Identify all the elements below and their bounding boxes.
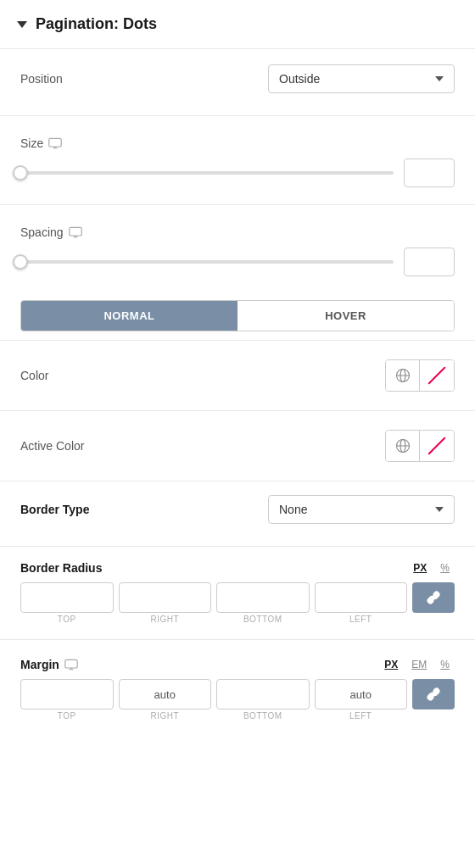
margin-unit-percent[interactable]: %	[435, 657, 455, 672]
border-radius-top-label: TOP	[58, 615, 76, 624]
border-radius-left-cell: LEFT	[315, 582, 408, 624]
size-label: Size	[20, 136, 43, 150]
state-toggle-group: NORMAL HOVER	[20, 300, 455, 331]
margin-left-input[interactable]	[315, 679, 408, 709]
position-section: Position Outside	[0, 49, 475, 110]
border-radius-left-input[interactable]	[315, 582, 408, 613]
svg-rect-0	[49, 138, 61, 147]
border-type-label: Border Type	[20, 503, 89, 516]
size-slider-wrapper[interactable]	[20, 164, 394, 181]
svg-rect-12	[65, 659, 77, 668]
border-radius-bottom-cell: BOTTOM	[216, 582, 310, 624]
active-color-controls	[385, 430, 455, 462]
margin-unit-group: PX EM %	[379, 657, 455, 672]
margin-label-group: Margin	[20, 658, 78, 671]
position-row: Position Outside	[20, 64, 455, 93]
margin-top-cell: TOP	[20, 679, 114, 721]
active-color-label: Active Color	[20, 439, 84, 453]
color-label: Color	[20, 369, 48, 382]
border-type-value: None	[279, 503, 307, 516]
size-monitor-icon[interactable]	[48, 136, 62, 150]
size-slider-container	[20, 159, 455, 187]
border-radius-left-label: LEFT	[349, 615, 372, 624]
position-label: Position	[20, 72, 63, 86]
margin-label-row: Margin PX EM %	[20, 657, 455, 672]
border-radius-right-label: RIGHT	[150, 615, 179, 624]
border-radius-unit-px[interactable]: PX	[408, 560, 432, 576]
active-slash-icon	[428, 437, 446, 455]
border-radius-bottom-input[interactable]	[216, 582, 310, 613]
spacing-label: Spacing	[20, 225, 64, 239]
hover-tab[interactable]: HOVER	[238, 301, 454, 331]
margin-left-cell: LEFT	[315, 679, 408, 721]
border-radius-label: Border Radius	[20, 561, 102, 575]
border-radius-section: Border Radius PX % TOP RIGHT BOTTOM LEFT	[0, 552, 475, 636]
margin-bottom-input[interactable]	[216, 679, 310, 709]
color-row: Color	[20, 351, 455, 400]
color-controls	[385, 359, 455, 392]
margin-right-label: RIGHT	[150, 711, 179, 721]
border-radius-top-input[interactable]	[20, 582, 114, 613]
size-section: Size	[0, 121, 475, 199]
margin-section: Margin PX EM % TOP	[0, 654, 475, 732]
spacing-input[interactable]	[404, 248, 455, 276]
spacing-slider-container	[20, 248, 455, 276]
color-clear-btn[interactable]	[420, 360, 454, 391]
spacing-monitor-icon[interactable]	[69, 225, 82, 239]
spacing-section: Spacing	[0, 210, 475, 288]
border-type-row: Border Type None	[20, 495, 455, 524]
border-radius-link-btn[interactable]	[412, 582, 455, 613]
border-radius-bottom-label: BOTTOM	[243, 615, 282, 624]
spacing-slider-track	[20, 260, 394, 264]
border-radius-right-cell: RIGHT	[119, 582, 212, 624]
panel-header: Pagination: Dots	[0, 0, 475, 49]
color-section: Color	[0, 346, 475, 405]
margin-right-cell: RIGHT	[119, 679, 212, 721]
active-color-section: Active Color	[0, 416, 475, 476]
border-type-dropdown[interactable]: None	[268, 495, 455, 524]
position-value: Outside	[279, 72, 320, 86]
margin-link-cell	[412, 679, 455, 709]
margin-link-btn[interactable]	[412, 679, 455, 709]
size-slider-thumb[interactable]	[13, 165, 28, 181]
border-radius-right-input[interactable]	[119, 582, 212, 613]
position-dropdown[interactable]: Outside	[268, 64, 455, 93]
collapse-icon[interactable]	[17, 21, 27, 28]
margin-unit-em[interactable]: EM	[406, 657, 432, 672]
size-input[interactable]	[404, 159, 455, 187]
border-radius-unit-percent[interactable]: %	[435, 560, 455, 576]
margin-top-input[interactable]	[20, 679, 114, 709]
svg-rect-3	[69, 227, 81, 236]
margin-unit-px[interactable]: PX	[379, 657, 403, 672]
panel: Pagination: Dots Position Outside Size	[0, 0, 475, 758]
position-dropdown-arrow	[435, 76, 444, 81]
slash-icon	[428, 366, 446, 385]
panel-title: Pagination: Dots	[36, 15, 157, 33]
margin-monitor-icon[interactable]	[64, 658, 78, 671]
border-radius-unit-group: PX %	[408, 560, 455, 576]
size-slider-track	[20, 171, 394, 175]
border-radius-top-cell: TOP	[20, 582, 114, 624]
margin-top-label: TOP	[58, 711, 76, 721]
state-toggle-container: NORMAL HOVER	[0, 300, 475, 331]
border-radius-link-cell	[412, 582, 455, 613]
margin-bottom-label: BOTTOM	[243, 711, 282, 721]
border-type-section: Border Type None	[0, 487, 475, 541]
active-color-row: Active Color	[20, 421, 455, 470]
border-type-dropdown-arrow	[435, 507, 444, 512]
border-radius-inputs-row: TOP RIGHT BOTTOM LEFT	[20, 582, 455, 624]
margin-label: Margin	[20, 658, 59, 671]
color-global-btn[interactable]	[386, 360, 420, 391]
margin-inputs-row: TOP RIGHT BOTTOM LEFT	[20, 679, 455, 721]
margin-bottom-cell: BOTTOM	[216, 679, 310, 721]
size-label-row: Size	[20, 136, 455, 150]
spacing-slider-thumb[interactable]	[13, 254, 28, 270]
border-radius-label-row: Border Radius PX %	[20, 560, 455, 576]
spacing-label-row: Spacing	[20, 225, 455, 239]
margin-left-label: LEFT	[349, 711, 372, 721]
spacing-slider-wrapper[interactable]	[20, 253, 394, 270]
active-color-clear-btn[interactable]	[420, 431, 454, 461]
normal-tab[interactable]: NORMAL	[21, 301, 238, 331]
active-color-global-btn[interactable]	[386, 431, 420, 461]
margin-right-input[interactable]	[119, 679, 212, 709]
